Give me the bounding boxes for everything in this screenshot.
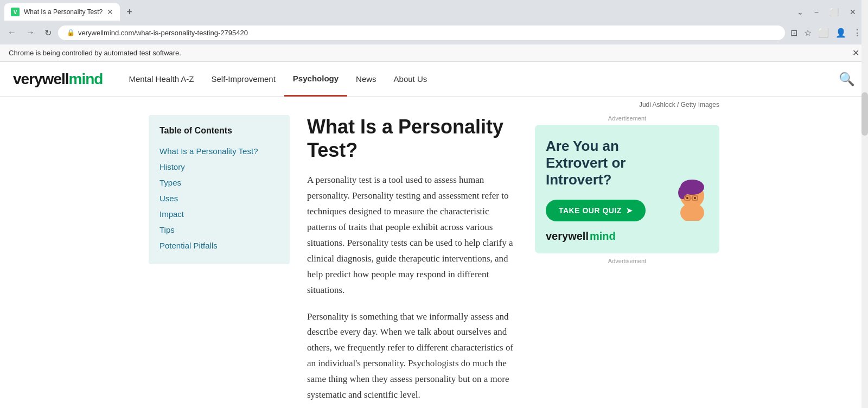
back-button[interactable]: ← bbox=[4, 25, 20, 40]
article-main: What Is a Personality Test? A personalit… bbox=[307, 115, 518, 408]
browser-chrome: V What Is a Personality Test? ✕ + ⌄ − ⬜ … bbox=[0, 0, 868, 44]
extensions-button[interactable]: ⊡ bbox=[788, 25, 800, 40]
refresh-button[interactable]: ↻ bbox=[41, 25, 55, 40]
toc-item-4[interactable]: Impact bbox=[159, 206, 279, 222]
tab-bar: V What Is a Personality Test? ✕ + ⌄ − ⬜ … bbox=[0, 0, 868, 21]
minimize-button[interactable]: − bbox=[811, 7, 822, 17]
ad-card: Are You an Extrovert or Introvert? TAKE … bbox=[535, 125, 719, 253]
toc-item-6[interactable]: Potential Pitfalls bbox=[159, 238, 279, 253]
window-controls: ⌄ − ⬜ ✕ bbox=[794, 7, 864, 17]
ad-card-footer: verywell mind bbox=[546, 230, 709, 243]
search-button[interactable]: 🔍 bbox=[839, 72, 855, 87]
lock-icon: 🔒 bbox=[67, 29, 75, 36]
image-credit: Judi Ashlock / Getty Images bbox=[149, 97, 719, 111]
split-screen-button[interactable]: ⬜ bbox=[816, 25, 831, 40]
automated-test-banner: Chrome is being controlled by automated … bbox=[0, 44, 868, 62]
quiz-button-label: TAKE OUR QUIZ bbox=[559, 206, 622, 215]
logo-mind: mind bbox=[69, 71, 103, 88]
toc-item-5[interactable]: Tips bbox=[159, 222, 279, 238]
toc-sidebar: Table of Contents What Is a Personality … bbox=[149, 115, 290, 264]
site-nav: Mental Health A-Z Self-Improvement Psych… bbox=[120, 62, 839, 97]
svg-point-3 bbox=[678, 186, 687, 199]
ad-footer-logo-verywell: verywell bbox=[546, 230, 589, 243]
site-header: verywell mind Mental Health A-Z Self-Imp… bbox=[0, 62, 868, 97]
toc-item-1[interactable]: History bbox=[159, 159, 279, 175]
site-logo[interactable]: verywell mind bbox=[13, 71, 103, 88]
nav-item-mental-health[interactable]: Mental Health A-Z bbox=[120, 62, 202, 97]
ad-illustration bbox=[671, 172, 714, 221]
tab-close-button[interactable]: ✕ bbox=[107, 8, 113, 16]
article-paragraph-1: A personality test is a tool used to ass… bbox=[307, 173, 518, 298]
svg-point-8 bbox=[694, 197, 696, 199]
article-title: What Is a Personality Test? bbox=[307, 115, 518, 162]
profile-button[interactable]: 👤 bbox=[833, 25, 848, 40]
arrow-circle-icon: ➤ bbox=[626, 206, 633, 215]
article-paragraph-2: Personality is something that we informa… bbox=[307, 309, 518, 403]
ad-footer-logo-mind: mind bbox=[590, 230, 616, 243]
ad-label-top: Advertisement bbox=[535, 115, 719, 122]
toc-title: Table of Contents bbox=[159, 126, 279, 136]
maximize-button[interactable]: ⬜ bbox=[826, 7, 842, 17]
logo-verywell: verywell bbox=[13, 71, 69, 88]
search-icon: 🔍 bbox=[839, 72, 855, 86]
tab-title: What Is a Personality Test? bbox=[24, 8, 103, 16]
banner-text: Chrome is being controlled by automated … bbox=[9, 49, 181, 57]
toc-item-3[interactable]: Uses bbox=[159, 190, 279, 206]
tab-favicon: V bbox=[11, 8, 20, 16]
nav-item-news[interactable]: News bbox=[347, 62, 385, 97]
address-input[interactable]: 🔒 verywellmind.com/what-is-personality-t… bbox=[58, 25, 785, 40]
nav-item-psychology[interactable]: Psychology bbox=[284, 62, 347, 97]
nav-item-about-us[interactable]: About Us bbox=[385, 62, 436, 97]
svg-point-7 bbox=[686, 197, 688, 199]
toc-item-2[interactable]: Types bbox=[159, 175, 279, 190]
article-body: A personality test is a tool used to ass… bbox=[307, 173, 518, 403]
ad-quiz-button[interactable]: TAKE OUR QUIZ ➤ bbox=[546, 200, 646, 221]
address-bar-actions: ⊡ ☆ ⬜ 👤 ⋮ bbox=[788, 25, 864, 40]
active-tab[interactable]: V What Is a Personality Test? ✕ bbox=[4, 3, 120, 21]
scrollbar-track[interactable] bbox=[861, 0, 868, 408]
ad-label-bottom: Advertisement bbox=[535, 258, 719, 264]
scrollbar-thumb[interactable] bbox=[861, 92, 868, 136]
new-tab-button[interactable]: + bbox=[124, 4, 135, 20]
ad-sidebar: Advertisement Are You an Extrovert or In… bbox=[535, 115, 719, 264]
address-bar-row: ← → ↻ 🔒 verywellmind.com/what-is-persona… bbox=[0, 21, 868, 44]
close-window-button[interactable]: ✕ bbox=[846, 7, 859, 17]
forward-button[interactable]: → bbox=[23, 25, 38, 40]
bookmark-button[interactable]: ☆ bbox=[802, 25, 814, 40]
chevron-down-icon[interactable]: ⌄ bbox=[794, 7, 807, 17]
url-text: verywellmind.com/what-is-personality-tes… bbox=[78, 29, 248, 37]
ad-card-title: Are You an Extrovert or Introvert? bbox=[546, 138, 654, 189]
toc-item-0[interactable]: What Is a Personality Test? bbox=[159, 143, 279, 159]
content-layout: Table of Contents What Is a Personality … bbox=[149, 115, 719, 408]
page-content: Judi Ashlock / Getty Images Table of Con… bbox=[136, 97, 732, 408]
nav-item-self-improvement[interactable]: Self-Improvement bbox=[202, 62, 284, 97]
banner-close-button[interactable]: ✕ bbox=[852, 48, 859, 58]
